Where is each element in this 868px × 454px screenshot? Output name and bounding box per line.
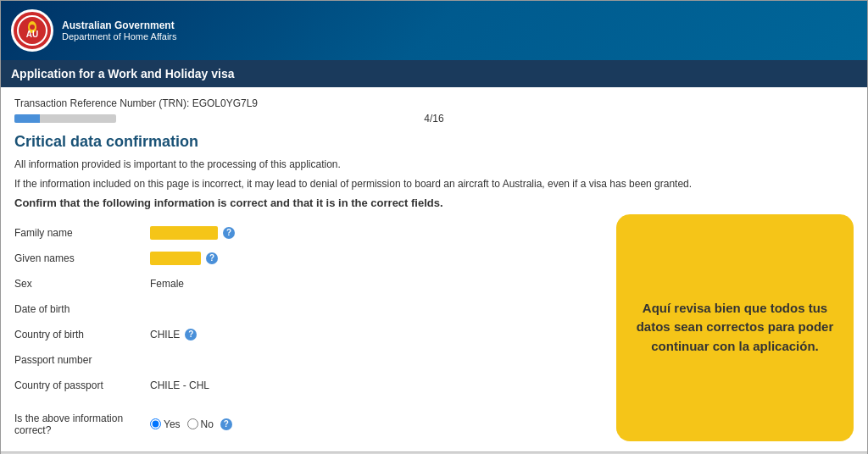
trn-line: Transaction Reference Number (TRN): EGOL… [14,97,854,109]
label-sex: Sex [14,278,150,290]
header-text: Australian Government Department of Home… [62,19,177,42]
page-title: Application for a Work and Holiday visa [11,67,234,80]
section-title: Critical data confirmation [14,133,854,151]
help-icon-family[interactable]: ? [223,227,235,239]
trn-label: Transaction Reference Number (TRN): [14,97,189,109]
label-cop: Country of passport [14,379,150,391]
radio-no[interactable] [187,418,198,429]
title-bar: Application for a Work and Holiday visa [1,60,867,87]
callout-box: Aquí revisa bien que todos tus datos sea… [616,214,854,441]
value-family-name: ? [150,226,235,240]
header: AU Australian Government Department of H… [1,1,867,60]
data-fields: Family name ? Given names ? Se [14,223,599,441]
yellow-block-given [150,252,201,265]
progress-wrapper: 4/16 [14,114,854,123]
logo-area: AU Australian Government Department of H… [11,9,177,52]
radio-group: Yes No ? [150,418,232,430]
field-row-family-name: Family name ? [14,223,599,243]
help-icon-given[interactable]: ? [206,252,218,264]
info-text-1: All information provided is important to… [14,158,854,172]
progress-bar-container [14,114,116,123]
footer-bar: ↩ Previous 💾 Save 🖨 Print ❯ Go to my acc… [1,451,867,454]
help-icon-cob[interactable]: ? [185,329,197,340]
field-row-cob: Country of birth CHILE ? [14,324,599,345]
value-sex: Female [150,278,184,290]
sex-value: Female [150,278,184,290]
value-given-names: ? [150,252,218,265]
gov-logo: AU [11,9,53,52]
field-row-passport-num: Passport number [14,350,599,370]
info-text-2: If the information included on this page… [14,177,854,191]
label-family-name: Family name [14,227,150,239]
label-dob: Date of birth [14,303,150,315]
data-area: Family name ? Given names ? Se [14,223,854,441]
field-row-correct: Is the above information correct? Yes No… [14,412,599,436]
help-icon-correct[interactable]: ? [220,418,232,430]
field-row-dob: Date of birth [14,299,599,319]
progress-bar-fill [14,114,40,123]
callout-text: Aquí revisa bien que todos tus datos sea… [633,299,837,357]
field-row-cop: Country of passport CHILE - CHL [14,375,599,396]
confirm-text: Confirm that the following information i… [14,197,854,209]
field-row-given-names: Given names ? [14,248,599,269]
radio-yes[interactable] [150,418,161,429]
yellow-block-family [150,226,218,240]
label-cob: Country of birth [14,329,150,340]
svg-text:AU: AU [26,30,38,39]
label-passport-num: Passport number [14,354,150,366]
main-content: Transaction Reference Number (TRN): EGOL… [1,87,867,451]
radio-no-label[interactable]: No [187,418,214,430]
cob-value: CHILE [150,329,180,340]
dept-name: Department of Home Affairs [62,31,177,42]
label-given-names: Given names [14,252,150,264]
trn-value: EGOL0YG7L9 [192,97,258,109]
radio-yes-label[interactable]: Yes [150,418,181,430]
label-correct: Is the above information correct? [14,412,150,436]
field-row-sex: Sex Female [14,274,599,294]
cop-value: CHILE - CHL [150,379,209,391]
value-cob: CHILE ? [150,329,197,340]
value-cop: CHILE - CHL [150,379,209,391]
progress-counter: 4/16 [424,113,443,125]
gov-name: Australian Government [62,19,177,31]
value-correct: Yes No ? [150,418,232,430]
